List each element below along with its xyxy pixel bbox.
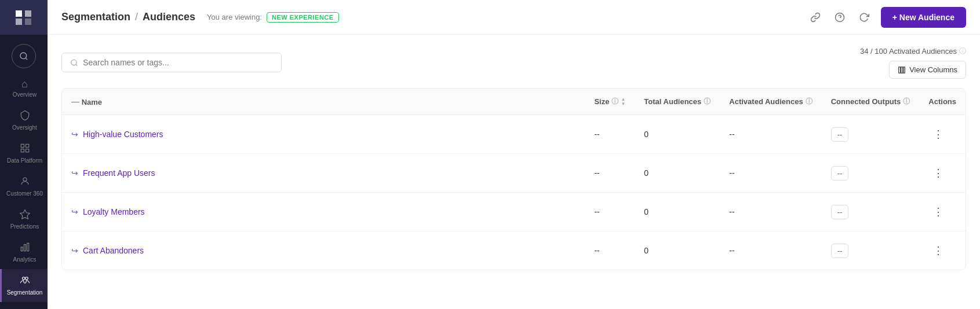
data-platform-icon [20,143,30,155]
activated-audiences-help-icon[interactable]: ⓘ [806,97,813,106]
td-size-0: -- [585,115,635,154]
sidebar-item-label-data-platform: Data Platform [7,157,42,164]
audience-expand-icon-0[interactable]: ↪ [71,130,78,139]
svg-point-15 [71,60,76,65]
col-header-size: Size ⓘ ▲▼ [585,89,635,115]
audiences-table: — Name Size ⓘ ▲▼ Total Au [62,89,966,270]
connected-outputs-button-0[interactable]: -- [831,127,849,142]
table-row: ↪ Cart Abandoners -- 0 -- -- ⋮ [62,231,966,270]
connected-outputs-button-1[interactable]: -- [831,166,849,181]
audience-expand-icon-3[interactable]: ↪ [71,246,78,255]
row-more-button-0[interactable]: ⋮ [928,126,948,143]
svg-rect-17 [899,67,901,73]
sidebar-item-segmentation[interactable]: Segmentation [0,269,48,302]
sidebar-logo [0,0,48,35]
activated-count-help-icon[interactable]: ⓘ [959,46,966,56]
connected-outputs-help-icon[interactable]: ⓘ [903,97,910,106]
td-activated-audiences-2: -- [720,193,821,231]
view-columns-button[interactable]: View Columns [889,61,966,79]
logo-square-1 [16,10,22,17]
header-actions: + New Audience [808,7,966,28]
svg-rect-2 [21,144,24,147]
svg-point-12 [25,277,28,280]
sidebar-item-label-predictions: Predictions [10,223,39,230]
toolbar-right: 34 / 100 Activated Audiences ⓘ View Colu… [860,46,966,79]
connected-outputs-button-3[interactable]: -- [831,244,849,258]
audience-link-0[interactable]: High-value Customers [83,130,163,139]
sidebar-item-data-platform[interactable]: Data Platform [0,137,48,170]
sidebar-item-label-segmentation: Segmentation [7,289,43,296]
td-actions-3: ⋮ [919,231,966,270]
size-help-icon[interactable]: ⓘ [611,97,618,106]
logo-square-4 [25,19,31,25]
new-audience-button[interactable]: + New Audience [881,7,966,28]
td-connected-outputs-0: -- [822,115,920,154]
audience-link-2[interactable]: Loyalty Members [83,207,145,216]
table-row: ↪ Frequent App Users -- 0 -- -- ⋮ [62,154,966,193]
select-all-minus[interactable]: — [71,97,79,106]
col-header-actions: Actions [919,89,966,115]
refresh-icon-button[interactable] [857,10,872,25]
analytics-icon [20,242,30,254]
td-actions-0: ⋮ [919,115,966,154]
row-more-button-1[interactable]: ⋮ [928,164,948,182]
table-header: — Name Size ⓘ ▲▼ Total Au [62,89,966,115]
row-more-button-2[interactable]: ⋮ [928,203,948,220]
td-total-audiences-2: 0 [635,193,720,231]
connected-outputs-button-2[interactable]: -- [831,205,849,219]
td-size-3: -- [585,231,635,270]
td-actions-1: ⋮ [919,154,966,193]
audience-link-3[interactable]: Cart Abandoners [83,246,144,255]
td-connected-outputs-2: -- [822,193,920,231]
sidebar-item-analytics[interactable]: Analytics [0,236,48,269]
svg-line-1 [25,58,27,60]
logo-square-2 [25,10,31,17]
audience-expand-icon-2[interactable]: ↪ [71,207,78,216]
content-area: 34 / 100 Activated Audiences ⓘ View Colu… [48,35,980,309]
row-more-button-3[interactable]: ⋮ [928,242,948,259]
svg-rect-4 [21,149,24,152]
total-audiences-help-icon[interactable]: ⓘ [704,97,711,106]
svg-marker-7 [20,210,30,219]
help-icon [835,12,845,23]
td-name-0: ↪ High-value Customers [62,115,585,154]
sidebar-item-oversight[interactable]: Oversight [0,104,48,137]
td-activated-audiences-0: -- [720,115,821,154]
search-input[interactable] [83,58,273,67]
table-row: ↪ High-value Customers -- 0 -- -- ⋮ [62,115,966,154]
predictions-icon [20,209,30,221]
svg-rect-19 [904,67,905,73]
sidebar-search-button[interactable] [12,44,36,68]
td-name-1: ↪ Frequent App Users [62,154,585,193]
col-header-name: — Name [62,89,585,115]
breadcrumb-segmentation: Segmentation [61,11,130,23]
sidebar-nav: ⌂ Overview Oversight Data Platform Custo… [0,73,48,309]
td-actions-2: ⋮ [919,193,966,231]
svg-point-11 [22,277,25,280]
search-box [61,53,282,72]
link-icon [810,12,821,23]
size-sort-arrows[interactable]: ▲▼ [621,97,625,106]
oversight-icon [20,110,30,122]
refresh-icon [859,12,869,23]
link-icon-button[interactable] [808,10,823,25]
td-size-2: -- [585,193,635,231]
sidebar-item-label-customer-360: Customer 360 [6,190,43,197]
sidebar-item-customer-360[interactable]: Customer 360 [0,170,48,203]
help-icon-button[interactable] [832,10,847,25]
audience-link-1[interactable]: Frequent App Users [83,168,155,178]
td-name-3: ↪ Cart Abandoners [62,231,585,270]
svg-rect-8 [21,247,23,251]
svg-point-6 [23,178,27,181]
sidebar-item-predictions[interactable]: Predictions [0,203,48,236]
search-box-icon [70,58,78,67]
sidebar: ⌂ Overview Oversight Data Platform Custo… [0,0,48,309]
svg-rect-10 [27,243,28,251]
sidebar-item-overview[interactable]: ⌂ Overview [0,73,48,104]
audience-expand-icon-1[interactable]: ↪ [71,168,78,178]
td-name-2: ↪ Loyalty Members [62,193,585,231]
svg-point-0 [20,53,27,59]
svg-rect-18 [901,67,903,73]
td-connected-outputs-1: -- [822,154,920,193]
new-experience-badge: NEW EXPERIENCE [267,12,339,23]
